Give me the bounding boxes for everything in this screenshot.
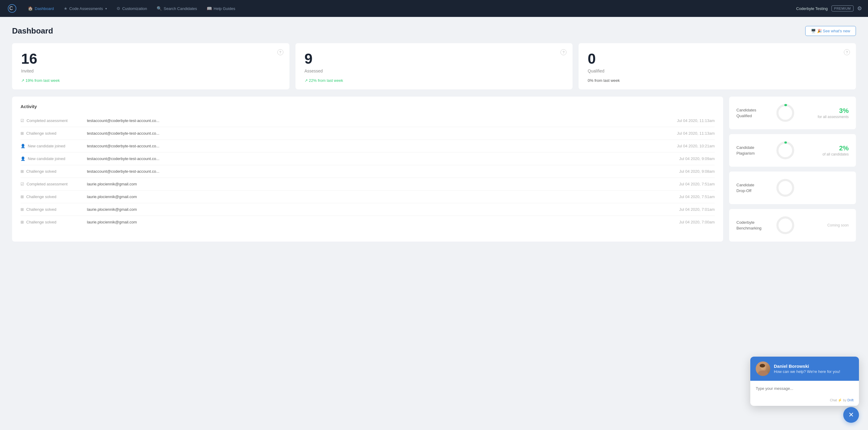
activity-time: Jul 04 2020, 7:51am bbox=[663, 182, 715, 186]
close-icon: ✕ bbox=[848, 411, 854, 419]
activity-time: Jul 04 2020, 9:09am bbox=[663, 156, 715, 161]
metric-candidate-dropoff: Candidate Drop-Off bbox=[729, 172, 856, 204]
assessed-help-icon[interactable]: ? bbox=[560, 49, 566, 55]
chat-agent-avatar bbox=[756, 362, 770, 376]
chat-close-button[interactable]: ✕ bbox=[843, 407, 859, 423]
activity-item: 👤 New candidate joined testaccount@coder… bbox=[21, 152, 715, 165]
candidate-dropoff-donut bbox=[776, 178, 795, 198]
nav-customization[interactable]: ⚙ Customization bbox=[113, 4, 151, 13]
stat-assessed: ? 9 Assessed ↗ 22% from last week bbox=[296, 43, 573, 89]
activity-type: 👤 New candidate joined bbox=[21, 144, 87, 148]
invited-number: 16 bbox=[21, 52, 280, 66]
candidate-plagiarism-donut bbox=[776, 141, 795, 160]
activity-type: ⊞ Challenge solved bbox=[21, 169, 87, 174]
navbar: C 🏠 Dashboard ★ Code Assessments ▾ ⚙ Cus… bbox=[0, 0, 868, 17]
activity-time: Jul 04 2020, 11:13am bbox=[663, 131, 715, 136]
activity-item: ☑ Completed assessment laurie.plociennik… bbox=[21, 178, 715, 191]
activity-list: ☑ Completed assessment testaccount@coder… bbox=[21, 114, 715, 228]
metric-candidate-plagiarism: Candidate Plagiarism 2% of all candidate… bbox=[729, 134, 856, 167]
search-icon: 🔍 bbox=[157, 6, 162, 11]
activity-email: testaccount@coderbyte-test-account.co... bbox=[87, 156, 663, 161]
activity-email: laurie.plociennik@gmail.com bbox=[87, 207, 663, 212]
invited-help-icon[interactable]: ? bbox=[277, 49, 283, 55]
activity-time: Jul 04 2020, 7:00am bbox=[663, 220, 715, 224]
whats-new-button[interactable]: 🖥️ 🎉 See what's new bbox=[805, 26, 856, 36]
invited-label: Invited bbox=[21, 68, 280, 74]
nav-search-candidates[interactable]: 🔍 Search Candidates bbox=[153, 4, 201, 13]
gear-icon: ⚙ bbox=[117, 6, 120, 11]
activity-title: Activity bbox=[21, 104, 715, 109]
benchmarking-label: Coderbyte Benchmarking bbox=[736, 220, 770, 231]
activity-icon: ⊞ bbox=[21, 220, 24, 224]
candidate-dropoff-label: Candidate Drop-Off bbox=[736, 182, 770, 194]
nav-help-guides[interactable]: 📖 Help Guides bbox=[203, 4, 239, 13]
assessed-number: 9 bbox=[305, 52, 564, 66]
star-icon: ★ bbox=[64, 6, 68, 11]
candidate-plagiarism-label: Candidate Plagiarism bbox=[736, 145, 770, 156]
activity-item: ⊞ Challenge solved testaccount@coderbyte… bbox=[21, 165, 715, 178]
stats-row: ? 16 Invited ↗ 19% from last week ? 9 As… bbox=[12, 43, 856, 89]
activity-type: ⊞ Challenge solved bbox=[21, 195, 87, 199]
activity-item: 👤 New candidate joined testaccount@coder… bbox=[21, 140, 715, 152]
activity-time: Jul 04 2020, 7:51am bbox=[663, 195, 715, 199]
activity-time: Jul 04 2020, 11:13am bbox=[663, 118, 715, 123]
activity-icon: ⊞ bbox=[21, 169, 24, 174]
activity-icon: ☑ bbox=[21, 182, 24, 186]
activity-item: ⊞ Challenge solved testaccount@coderbyte… bbox=[21, 127, 715, 140]
settings-icon[interactable]: ⚙ bbox=[857, 5, 862, 12]
candidates-qualified-label: Candidates Qualified bbox=[736, 107, 770, 119]
qualified-help-icon[interactable]: ? bbox=[844, 49, 850, 55]
candidate-plagiarism-value: 2% of all candidates bbox=[823, 144, 849, 156]
premium-badge: PREMIUM bbox=[832, 5, 854, 11]
svg-point-7 bbox=[777, 218, 793, 233]
svg-point-2 bbox=[777, 105, 793, 121]
chat-message-input[interactable] bbox=[756, 386, 854, 391]
main-content: Dashboard 🖥️ 🎉 See what's new ? 16 Invit… bbox=[0, 17, 868, 430]
drift-link[interactable]: Drift bbox=[847, 398, 854, 402]
benchmarking-value: Coming soon bbox=[827, 223, 849, 227]
qualified-change: 0% from last week bbox=[588, 78, 847, 83]
qualified-number: 0 bbox=[588, 52, 847, 66]
invited-change: ↗ 19% from last week bbox=[21, 78, 280, 83]
home-icon: 🏠 bbox=[28, 6, 33, 11]
activity-type: ☑ Completed assessment bbox=[21, 118, 87, 123]
page-header: Dashboard 🖥️ 🎉 See what's new bbox=[12, 26, 856, 36]
activity-item: ☑ Completed assessment testaccount@coder… bbox=[21, 114, 715, 127]
svg-point-6 bbox=[777, 180, 793, 196]
qualified-label: Qualified bbox=[588, 68, 847, 74]
activity-email: laurie.plociennik@gmail.com bbox=[87, 195, 663, 199]
activity-time: Jul 04 2020, 10:21am bbox=[663, 144, 715, 148]
activity-card: Activity ☑ Completed assessment testacco… bbox=[12, 97, 723, 241]
chat-agent-name: Daniel Borowski bbox=[774, 364, 840, 369]
activity-item: ⊞ Challenge solved laurie.plociennik@gma… bbox=[21, 216, 715, 228]
svg-point-9 bbox=[757, 371, 768, 376]
activity-email: laurie.plociennik@gmail.com bbox=[87, 220, 663, 224]
activity-email: testaccount@coderbyte-test-account.co... bbox=[87, 131, 663, 136]
page-title: Dashboard bbox=[12, 26, 53, 36]
stat-qualified: ? 0 Qualified 0% from last week bbox=[579, 43, 856, 89]
chat-footer: Chat ⚡ by Drift bbox=[750, 396, 859, 406]
activity-time: Jul 04 2020, 7:01am bbox=[663, 207, 715, 212]
benchmarking-donut bbox=[776, 216, 795, 235]
activity-type: ⊞ Challenge solved bbox=[21, 220, 87, 224]
activity-icon: 👤 bbox=[21, 144, 25, 148]
chat-widget: Daniel Borowski How can we help? We're h… bbox=[750, 356, 859, 406]
activity-icon: ⊞ bbox=[21, 207, 24, 212]
svg-text:C: C bbox=[9, 6, 13, 11]
nav-code-assessments[interactable]: ★ Code Assessments ▾ bbox=[60, 4, 111, 13]
nav-dashboard[interactable]: 🏠 Dashboard bbox=[24, 4, 58, 13]
metric-candidates-qualified: Candidates Qualified 3% for all assessme… bbox=[729, 97, 856, 129]
navbar-right: Coderbyte Testing PREMIUM ⚙ bbox=[796, 5, 862, 12]
svg-point-11 bbox=[760, 364, 765, 368]
svg-point-4 bbox=[777, 143, 793, 158]
activity-type: ⊞ Challenge solved bbox=[21, 207, 87, 212]
user-name: Coderbyte Testing bbox=[796, 6, 828, 11]
bottom-row: Activity ☑ Completed assessment testacco… bbox=[12, 97, 856, 241]
chevron-down-icon: ▾ bbox=[105, 7, 107, 10]
app-logo: C bbox=[6, 2, 18, 15]
activity-time: Jul 04 2020, 9:08am bbox=[663, 169, 715, 174]
right-panel: Candidates Qualified 3% for all assessme… bbox=[729, 97, 856, 241]
activity-icon: ☑ bbox=[21, 118, 24, 123]
chat-greeting: How can we help? We're here for you! bbox=[774, 369, 840, 374]
activity-item: ⊞ Challenge solved laurie.plociennik@gma… bbox=[21, 203, 715, 216]
